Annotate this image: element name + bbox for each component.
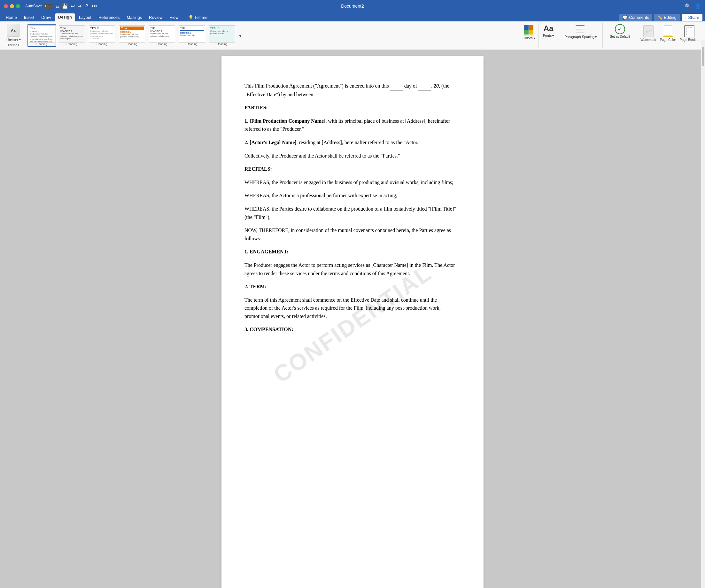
paragraph-intro: This Film Production Agreement ("Agreeme… bbox=[244, 82, 461, 98]
style-label-5: Heading bbox=[156, 43, 168, 46]
colors-label: Colors bbox=[522, 36, 533, 40]
share-icon: ↑ bbox=[685, 15, 687, 20]
undo-icon[interactable]: ↩ bbox=[70, 3, 75, 9]
autosave-label: AutoSave bbox=[25, 4, 42, 8]
page-color-button[interactable]: Page Color bbox=[660, 25, 676, 42]
minimize-button[interactable] bbox=[10, 4, 14, 8]
page-borders-button[interactable]: Page Borders bbox=[680, 25, 699, 42]
paragraph-whereas-1: WHEREAS, the Producer is engaged in the … bbox=[244, 178, 461, 187]
style-label-default: Heading bbox=[37, 43, 47, 46]
paragraph-term: The term of this Agreement shall commenc… bbox=[244, 296, 461, 321]
fonts-icon: Aa bbox=[544, 24, 554, 33]
menu-home[interactable]: Home bbox=[3, 14, 20, 21]
comments-button[interactable]: 💬 Comments bbox=[619, 14, 652, 21]
style-preview-2: Title HEADING 1 On the insert tab, the g… bbox=[59, 25, 85, 43]
fonts-label: Fonts bbox=[543, 34, 552, 37]
document-content: This Film Production Agreement ("Agreeme… bbox=[244, 82, 461, 334]
print-icon[interactable]: 🖨 bbox=[84, 3, 89, 9]
menu-draw[interactable]: Draw bbox=[38, 14, 54, 21]
style-preview-6: Title Heading 1 On the insert tab... bbox=[179, 25, 205, 43]
document-area: CONFIDENTIAL This Film Production Agreem… bbox=[0, 50, 705, 588]
style-item-4[interactable]: Title Heading 1 On the insert tab, the g… bbox=[117, 24, 146, 47]
swatch-green bbox=[524, 30, 529, 35]
watermark-label: Watermark bbox=[641, 38, 656, 42]
blank-month bbox=[418, 82, 431, 90]
comments-label: Comments bbox=[629, 15, 649, 20]
fonts-section: Aa Fonts ▾ bbox=[540, 23, 558, 48]
title-bar-right: 🔍 👤 bbox=[685, 3, 701, 9]
menu-mailings[interactable]: Mailings bbox=[123, 14, 145, 21]
gallery-arrow[interactable]: ▾ bbox=[238, 31, 243, 40]
set-default-label: Set as Default bbox=[610, 35, 630, 38]
check-circle-icon: ✓ bbox=[615, 24, 625, 34]
numbered-1: 1. [Film Production Company Name], with … bbox=[244, 117, 461, 133]
style-item-6[interactable]: Title Heading 1 On the insert tab... Hea… bbox=[178, 24, 206, 47]
watermark-button[interactable]: DRAFT Watermark bbox=[641, 25, 656, 42]
maximize-button[interactable] bbox=[16, 4, 20, 8]
menu-layout[interactable]: Layout bbox=[76, 14, 95, 21]
style-preview-3: TITLE On the insert tab, the galleries i… bbox=[89, 25, 115, 43]
swatch-blue bbox=[524, 25, 529, 30]
menu-view[interactable]: View bbox=[167, 14, 182, 21]
paragraph-spacing-icon bbox=[575, 24, 586, 34]
style-item-default[interactable]: Title Heading 1 On the insert tab, the g… bbox=[28, 24, 56, 47]
page-borders-label: Page Borders bbox=[680, 38, 699, 42]
page-color-label: Page Color bbox=[660, 38, 676, 42]
style-item-5[interactable]: Title HEADING 1 On the insert tab, the g… bbox=[148, 24, 176, 47]
page-color-icon bbox=[663, 25, 673, 37]
numbered-2: 2. [Actor's Legal Name], residing at [Ad… bbox=[244, 138, 461, 147]
paragraph-whereas-3: WHEREAS, the Parties desire to collabora… bbox=[244, 205, 461, 221]
scrollbar[interactable] bbox=[701, 40, 705, 588]
heading-parties: PARTIES: bbox=[244, 104, 461, 112]
editing-icon: ✏️ bbox=[657, 15, 662, 20]
colors-button[interactable]: Colors ▾ bbox=[522, 24, 535, 40]
title-bar-left: AutoSave OFF ⌂ 💾 ↩ ↪ 🖨 ••• bbox=[4, 3, 97, 9]
scrollbar-thumb[interactable] bbox=[702, 47, 704, 66]
style-preview-7: TITLE On the insert tab, the galleries i… bbox=[209, 25, 235, 43]
page-borders-icon bbox=[684, 25, 695, 37]
menu-tellme[interactable]: 💡 Tell me bbox=[185, 14, 211, 21]
fonts-button[interactable]: Aa Fonts ▾ bbox=[543, 24, 554, 37]
heading-recitals: RECITALS: bbox=[244, 165, 461, 173]
close-button[interactable] bbox=[4, 4, 8, 8]
themes-dropdown-icon: ▾ bbox=[19, 38, 21, 41]
document-page[interactable]: CONFIDENTIAL This Film Production Agreem… bbox=[222, 56, 483, 588]
style-preview-4: Title Heading 1 On the insert tab, the g… bbox=[119, 25, 145, 43]
style-item-3[interactable]: TITLE On the insert tab, the galleries i… bbox=[88, 24, 116, 47]
style-item-7[interactable]: TITLE On the insert tab, the galleries i… bbox=[208, 24, 236, 47]
themes-button[interactable]: Aa Themes ▾ bbox=[6, 24, 21, 41]
autosave-toggle[interactable]: OFF bbox=[43, 4, 53, 9]
menu-insert[interactable]: Insert bbox=[21, 14, 38, 21]
editing-button[interactable]: ✏️ Editing bbox=[654, 14, 680, 21]
set-default-section: ✓ Set as Default bbox=[604, 23, 636, 48]
autosave: AutoSave OFF bbox=[25, 4, 53, 9]
title-bar: AutoSave OFF ⌂ 💾 ↩ ↪ 🖨 ••• Document2 🔍 👤 bbox=[0, 0, 705, 12]
home-icon[interactable]: ⌂ bbox=[56, 3, 59, 9]
more-icon[interactable]: ••• bbox=[92, 3, 97, 9]
blank-day bbox=[390, 82, 403, 90]
menu-references[interactable]: References bbox=[95, 14, 123, 21]
menu-bar: Home Insert Draw Design Layout Reference… bbox=[0, 12, 705, 21]
document-title: Document2 bbox=[341, 3, 364, 9]
style-gallery: Title Heading 1 On the insert tab, the g… bbox=[26, 23, 518, 48]
themes-label: Themes bbox=[6, 37, 18, 41]
swatch-yellow bbox=[529, 30, 534, 35]
menu-design[interactable]: Design bbox=[55, 13, 75, 21]
style-label-7: Heading bbox=[217, 43, 228, 46]
watermark-icon: DRAFT bbox=[643, 25, 654, 37]
fonts-dropdown-icon: ▾ bbox=[552, 34, 554, 37]
paragraph-spacing-button[interactable]: Paragraph Spacing ▾ bbox=[562, 24, 599, 39]
share-button[interactable]: ↑ Share bbox=[682, 14, 702, 21]
search-icon[interactable]: 🔍 bbox=[685, 3, 691, 9]
paragraph-engagement: The Producer engages the Actor to perfor… bbox=[244, 261, 461, 277]
set-default-button[interactable]: ✓ Set as Default bbox=[607, 24, 632, 38]
paragraph-whereas-2: WHEREAS, the Actor is a professional per… bbox=[244, 191, 461, 200]
save-icon[interactable]: 💾 bbox=[62, 3, 68, 9]
paragraph-now-therefore: NOW, THEREFORE, in consideration of the … bbox=[244, 226, 461, 243]
redo-button[interactable]: ↪ bbox=[77, 3, 82, 9]
themes-section: Aa Themes ▾ Themes bbox=[3, 23, 24, 48]
heading-compensation: 3. COMPENSATION: bbox=[244, 325, 461, 334]
style-item-2[interactable]: Title HEADING 1 On the insert tab, the g… bbox=[57, 24, 86, 47]
profile-icon[interactable]: 👤 bbox=[695, 3, 701, 9]
menu-review[interactable]: Review bbox=[146, 14, 166, 21]
